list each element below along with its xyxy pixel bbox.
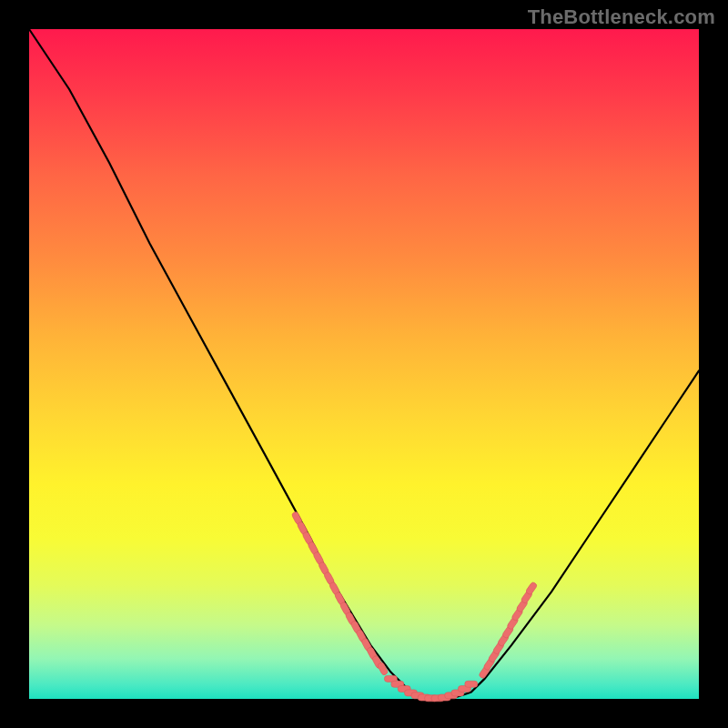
chart-overlay: [29, 29, 699, 699]
watermark-text: TheBottleneck.com: [528, 5, 715, 29]
data-marker: [525, 581, 538, 595]
bottleneck-curve: [29, 29, 699, 699]
chart-stage: TheBottleneck.com: [0, 0, 728, 728]
data-marker: [465, 681, 478, 687]
data-marker: [377, 662, 389, 676]
data-markers: [291, 511, 538, 701]
